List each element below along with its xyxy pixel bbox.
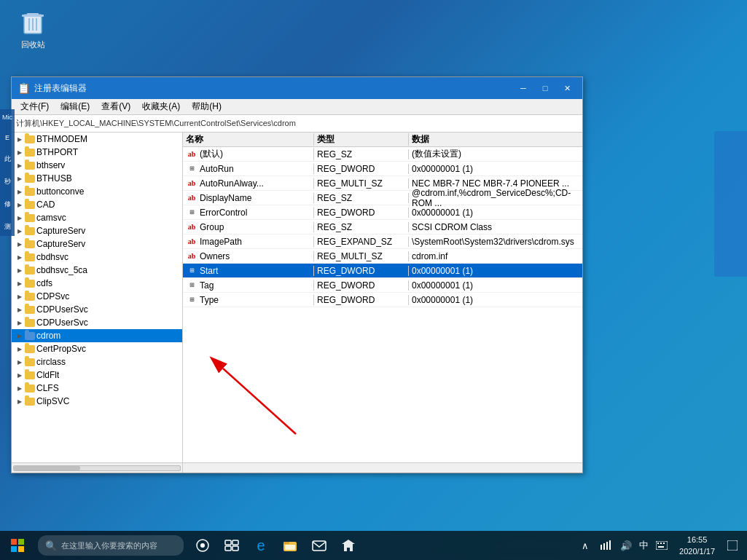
tree-item-bthusb[interactable]: ▶ BTHUSB bbox=[12, 172, 182, 185]
folder-icon bbox=[25, 253, 35, 261]
svg-rect-25 bbox=[609, 540, 611, 550]
expand-icon: ▶ bbox=[15, 383, 25, 393]
val-type: REG_SZ bbox=[314, 149, 409, 159]
val-name: Type bbox=[200, 295, 219, 305]
val-data: \SystemRoot\System32\drivers\cdrom.sys bbox=[409, 237, 582, 247]
tree-item-cldflt[interactable]: ▶ CldFlt bbox=[12, 368, 182, 382]
value-row-default[interactable]: ab(默认) REG_SZ (数值未设置) bbox=[183, 147, 582, 162]
menu-view[interactable]: 查看(V) bbox=[95, 99, 136, 114]
svg-rect-9 bbox=[18, 539, 24, 545]
taskbar-search-bar[interactable]: 🔍 在这里输入你要搜索的内容 bbox=[38, 535, 184, 556]
tray-clock[interactable]: 16:55 2020/1/17 bbox=[673, 531, 721, 560]
val-data: 0x00000001 (1) bbox=[409, 208, 582, 218]
svg-rect-30 bbox=[658, 546, 664, 548]
tree-hscroll[interactable] bbox=[12, 463, 183, 473]
tree-item-cdrom[interactable]: ▶ cdrom bbox=[12, 329, 182, 342]
tree-item-clfs[interactable]: ▶ CLFS bbox=[12, 382, 182, 395]
tree-item-cdpusersvc1[interactable]: ▶ CDPUserSvc bbox=[12, 303, 182, 316]
val-type: REG_DWORD bbox=[314, 295, 409, 305]
tray-volume-icon[interactable]: 🔊 bbox=[617, 532, 635, 559]
tree-item-bthport[interactable]: ▶ BTHPORT bbox=[12, 146, 182, 159]
val-type-icon-dword: ⊞ bbox=[186, 281, 197, 290]
svg-rect-16 bbox=[225, 546, 231, 551]
taskbar-cortana-icon[interactable] bbox=[189, 532, 216, 559]
tray-keyboard-icon[interactable] bbox=[653, 532, 670, 559]
svg-rect-23 bbox=[603, 543, 605, 550]
search-icon: 🔍 bbox=[45, 540, 57, 551]
taskbar-explorer-icon[interactable] bbox=[277, 532, 303, 559]
tree-item-certpropsvc[interactable]: ▶ CertPropSvc bbox=[12, 342, 182, 355]
tree-item-cdpsvc[interactable]: ▶ CDPSvc bbox=[12, 290, 182, 303]
tray-network-icon[interactable] bbox=[597, 532, 614, 559]
close-button[interactable]: ✕ bbox=[558, 81, 576, 95]
tree-item-bthmodem[interactable]: ▶ BTHMODEM bbox=[12, 133, 182, 146]
tree-item-cdfs[interactable]: ▶ cdfs bbox=[12, 277, 182, 290]
tree-item-camsvc[interactable]: ▶ camsvc bbox=[12, 211, 182, 224]
tray-lang[interactable]: 中 bbox=[638, 539, 650, 552]
folder-icon bbox=[25, 267, 35, 275]
maximize-button[interactable]: □ bbox=[536, 81, 555, 95]
expand-icon: ▶ bbox=[15, 291, 25, 301]
value-row-group[interactable]: abGroup REG_SZ SCSI CDROM Class bbox=[183, 220, 582, 234]
value-row-errorcontrol[interactable]: ⊞ErrorControl REG_DWORD 0x00000001 (1) bbox=[183, 205, 582, 220]
val-type-icon-dword: ⊞ bbox=[186, 165, 197, 173]
taskbar-mail-icon[interactable] bbox=[306, 532, 332, 559]
menu-favorites[interactable]: 收藏夹(A) bbox=[136, 99, 186, 114]
menu-file[interactable]: 文件(F) bbox=[15, 99, 55, 114]
address-bar: 计算机\HKEY_LOCAL_MACHINE\SYSTEM\CurrentCon… bbox=[12, 115, 582, 133]
svg-rect-20 bbox=[285, 545, 295, 550]
value-row-imagepath[interactable]: abImagePath REG_EXPAND_SZ \SystemRoot\Sy… bbox=[183, 234, 582, 249]
val-type-icon-dword: ⊞ bbox=[186, 267, 197, 275]
tree-item-cdpusersvc2[interactable]: ▶ CDPUserSvc bbox=[12, 316, 182, 329]
val-type: REG_DWORD bbox=[314, 208, 409, 218]
folder-icon bbox=[25, 358, 35, 366]
menu-edit[interactable]: 编辑(E) bbox=[55, 99, 95, 114]
value-row-displayname[interactable]: abDisplayName REG_SZ @cdrom.inf,%cdrom_S… bbox=[183, 191, 582, 205]
expand-icon: ▶ bbox=[15, 304, 25, 315]
folder-icon bbox=[25, 240, 35, 248]
svg-rect-19 bbox=[283, 542, 289, 544]
taskbar-task-view-icon[interactable] bbox=[219, 532, 245, 559]
tree-item-clipsvc[interactable]: ▶ ClipSVC bbox=[12, 395, 182, 408]
val-type-icon-ab: ab bbox=[186, 179, 197, 188]
tree-item-captureserv1[interactable]: ▶ CaptureServ bbox=[12, 224, 182, 237]
tree-item-circlass[interactable]: ▶ circlass bbox=[12, 355, 182, 368]
search-placeholder: 在这里输入你要搜索的内容 bbox=[61, 540, 157, 551]
registry-editor-window: 📋 注册表编辑器 ─ □ ✕ 文件(F) 编辑(E) 查看(V) 收藏夹(A) … bbox=[11, 76, 583, 473]
minimize-button[interactable]: ─ bbox=[514, 81, 533, 95]
val-type: REG_MULTI_SZ bbox=[314, 178, 409, 189]
tree-item-captureserv2[interactable]: ▶ CaptureServ bbox=[12, 237, 182, 251]
tree-item-cbdhsvc[interactable]: ▶ cbdhsvc bbox=[12, 251, 182, 264]
menu-help[interactable]: 帮助(H) bbox=[186, 99, 227, 114]
tree-item-cbdhsvc5ca[interactable]: ▶ cbdhsvc_5ca bbox=[12, 264, 182, 277]
tree-item-buttonconve[interactable]: ▶ buttonconve bbox=[12, 185, 182, 198]
value-row-autorun[interactable]: ⊞AutoRun REG_DWORD 0x00000001 (1) bbox=[183, 162, 582, 176]
value-row-owners[interactable]: abOwners REG_MULTI_SZ cdrom.inf bbox=[183, 249, 582, 264]
tray-notifications-icon[interactable] bbox=[724, 532, 741, 559]
tree-panel[interactable]: ▶ BTHMODEM ▶ BTHPORT ▶ bthserv ▶ bbox=[12, 133, 183, 462]
val-name: ErrorControl bbox=[200, 208, 247, 218]
value-row-start[interactable]: ⊞Start REG_DWORD 0x00000001 (1) bbox=[183, 264, 582, 278]
start-button[interactable] bbox=[0, 531, 35, 560]
left-panel-item4: 秒 bbox=[4, 177, 11, 186]
value-row-type[interactable]: ⊞Type REG_DWORD 0x00000001 (1) bbox=[183, 293, 582, 307]
value-row-tag[interactable]: ⊞Tag REG_DWORD 0x00000001 (1) bbox=[183, 278, 582, 293]
val-name: DisplayName bbox=[200, 193, 251, 203]
recycle-bin-icon[interactable]: 回收站 bbox=[7, 7, 58, 50]
svg-rect-14 bbox=[225, 540, 231, 545]
tree-item-bthserv[interactable]: ▶ bthserv bbox=[12, 159, 182, 172]
expand-icon: ▶ bbox=[15, 186, 25, 197]
svg-rect-31 bbox=[727, 540, 738, 551]
val-name: AutoRunAlway... bbox=[200, 178, 264, 189]
svg-rect-11 bbox=[18, 546, 24, 552]
expand-icon: ▶ bbox=[15, 226, 25, 236]
val-data: @cdrom.inf,%cdrom_ServiceDesc%;CD-ROM ..… bbox=[409, 188, 582, 208]
tree-item-cad[interactable]: ▶ CAD bbox=[12, 198, 182, 211]
svg-rect-8 bbox=[11, 539, 17, 545]
taskbar-network-icon[interactable] bbox=[335, 532, 361, 559]
folder-icon bbox=[25, 188, 35, 196]
tray-expand-icon[interactable]: ∧ bbox=[576, 532, 594, 559]
taskbar-edge-icon[interactable]: e bbox=[248, 532, 274, 559]
val-type: REG_SZ bbox=[314, 193, 409, 203]
window-controls: ─ □ ✕ bbox=[514, 81, 576, 95]
